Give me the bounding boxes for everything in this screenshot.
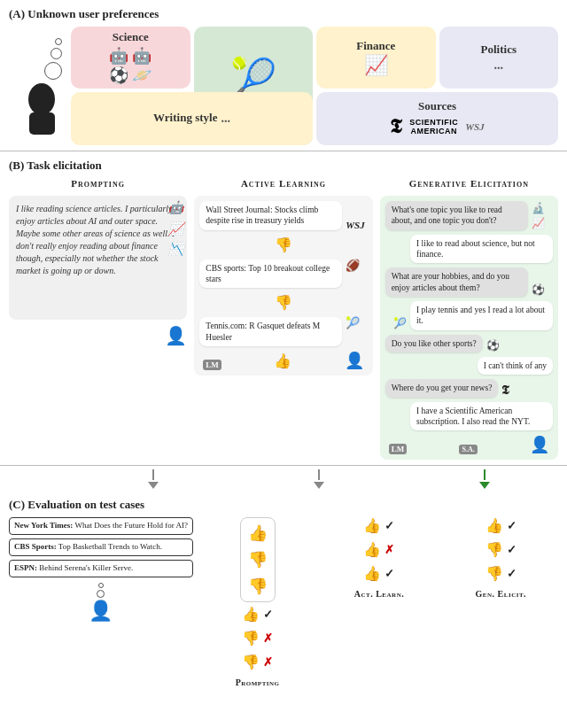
ge-msg-4: I play tennis and yes I read a lot about… (385, 301, 553, 330)
al-results: 👍 ✓ 👍 ✗ 👍 ✓ (363, 517, 394, 582)
eval-thought-2 (97, 590, 105, 598)
section-a: (A) Unknown user preferences Science 🤖 🤖 (0, 0, 567, 151)
test-cases-container: New York Times: What Does the Future Hol… (9, 517, 193, 622)
prompting-results: 👍 ✓ 👎 ✗ 👎 ✗ (242, 606, 273, 670)
section-c: (C) Evaluation on test cases New York Ti… (0, 491, 567, 693)
check-ge1: ✓ (507, 519, 517, 533)
prompting-row-2: 👎 (248, 550, 268, 569)
cross-pr3: ✗ (263, 655, 273, 670)
science-icon-ge: 🔬 (532, 202, 545, 215)
ge-text-7: Where do you get your news? (392, 383, 493, 392)
al-message-2: CBS sports: Top 10 breakout college star… (199, 259, 367, 289)
writing-dots: ... (221, 112, 230, 126)
chart-icon: 📈 (364, 55, 388, 76)
al-message-1: Wall Street Journal: Stocks climb despit… (199, 201, 367, 230)
robot-icon-2: 🤖 (132, 46, 151, 66)
tc1-text: What Does the Future Hold for AI? (74, 521, 187, 530)
thumb-up-al3: 👍 (363, 565, 381, 582)
scientific-american-logo: ScientificAmerican (409, 118, 458, 136)
preference-grid: Science 🤖 🤖 ⚽ 🪐 🎾 Sports Finance 📈 (71, 27, 558, 145)
al-thumbs-2: 👎 (199, 294, 367, 311)
arrow-3 (479, 482, 490, 489)
check-ge2: ✓ (507, 543, 517, 557)
eval-ge-col: 👍 ✓ 👎 ✓ 👎 ✓ Gen. Elicit. (444, 517, 558, 599)
ge-result-1: 👍 ✓ (485, 517, 517, 534)
thumbdown-2: 👎 (275, 294, 292, 311)
ge-bubble-8: I have a Scientific American subscriptio… (410, 402, 553, 431)
ge-msg-8: I have a Scientific American subscriptio… (385, 402, 553, 431)
al-thumbs-1: 👎 (199, 236, 367, 253)
ge-text-5: Do you like other sports? (392, 339, 477, 348)
ge-eval-header: Gen. Elicit. (476, 589, 527, 599)
thumb-down-p3: 👎 (248, 577, 268, 596)
chart2-emoji: 📉 (168, 241, 183, 259)
test-case-3: ESPN: Behind Serena's Killer Serve. (9, 560, 193, 577)
ge-text-2: I like to read about science, but not fi… (416, 239, 534, 259)
ge-text-3: What are your hobbies, and do you enjoy … (392, 272, 509, 291)
user-avatar-ge: 👤 (530, 435, 549, 454)
prompt-icons: 🤖 📈 📉 (168, 199, 183, 259)
ge-bubble-6: I can't think of any (478, 357, 553, 375)
wsj-logo: WSJ (465, 121, 484, 132)
elicitation-grid: Prompting I like reading science article… (9, 178, 558, 460)
sa-badge-ge: S.A. (459, 445, 477, 454)
thumb-down-pr2: 👎 (242, 630, 260, 647)
test-case-2: CBS Sports: Top Basketball Trends to Wat… (9, 538, 193, 556)
cell-writing: Writing style ... (71, 92, 313, 145)
thumb-up-p1: 👍 (248, 523, 268, 543)
ge-msg-2: I like to read about science, but not fi… (385, 235, 553, 264)
thumb-down-ge2: 👎 (485, 541, 503, 558)
robot-icon-1: 🤖 (109, 46, 128, 66)
robot-emoji: 🤖 (168, 199, 183, 217)
eval-human: 👤 (9, 583, 193, 623)
eval-al-col: 👍 ✓ 👍 ✗ 👍 ✓ Act. Learn. (322, 517, 436, 599)
pr-result-2: 👎 ✗ (242, 630, 273, 647)
thumb-down-ge3: 👎 (485, 565, 503, 582)
prompt-text-box: I like reading science articles. I parti… (9, 196, 187, 320)
check-ge3: ✓ (507, 567, 517, 581)
cell-science: Science 🤖 🤖 ⚽ 🪐 (71, 27, 190, 89)
test-cases-list: New York Times: What Does the Future Hol… (9, 517, 193, 577)
test-case-1: New York Times: What Does the Future Hol… (9, 517, 193, 535)
svg-point-0 (28, 83, 55, 115)
active-learning-header: Active Learning (194, 178, 372, 189)
writing-label: Writing style (153, 111, 217, 125)
svg-rect-1 (29, 112, 55, 135)
prompt-text: I like reading science articles. I parti… (16, 204, 175, 275)
tennis-icon-al: 🎾 (346, 317, 360, 329)
tc2-source: CBS Sports: (14, 542, 57, 551)
evaluation-grid: New York Times: What Does the Future Hol… (9, 517, 558, 687)
cell-finance: Finance 📈 (316, 27, 436, 89)
tc2-text: Top Basketball Trends to Watch. (58, 542, 162, 551)
al-text-1: Wall Street Journal: Stocks climb despit… (206, 205, 318, 225)
lm-badge-al: LM (203, 360, 221, 370)
gen-elicit-chat: What's one topic you like to read about,… (380, 196, 558, 460)
tc3-source: ESPN: (14, 563, 37, 572)
section-b: (B) Task elicitation Prompting I like re… (0, 151, 567, 466)
sports-icon-ge: ⚽ (486, 339, 500, 352)
tc1-source: New York Times: (14, 521, 73, 530)
ge-text-1: What's one topic you like to read about,… (392, 205, 502, 225)
chart-icon-ge: 📈 (532, 217, 545, 230)
active-learning-chat: Wall Street Journal: Stocks climb despit… (194, 196, 372, 376)
arrow-2 (314, 482, 324, 489)
prompting-header: Prompting (9, 178, 187, 189)
nyt-logo: 𝕿 (390, 115, 402, 138)
ge-msg-1: What's one topic you like to read about,… (385, 201, 553, 230)
finance-label: Finance (356, 39, 395, 53)
active-learning-column: Active Learning Wall Street Journal: Sto… (194, 178, 372, 460)
wsj-badge: WSJ (346, 220, 364, 230)
eval-prompting-col: 👍 👎 👎 👍 ✓ 👎 ✗ (200, 517, 315, 687)
thumb-down-p2: 👎 (248, 550, 268, 569)
gen-elicit-header: Generative Elicitation (380, 178, 558, 189)
ge-results: 👍 ✓ 👎 ✓ 👎 ✓ (485, 517, 517, 582)
section-c-title: (C) Evaluation on test cases (9, 498, 558, 512)
al-text-2: CBS sports: Top 10 breakout college star… (206, 264, 330, 283)
ge-msg-6: I can't think of any (385, 357, 553, 375)
thought-bubble-small (55, 38, 62, 45)
section-a-title: (A) Unknown user preferences (9, 7, 558, 21)
eval-avatar: 👤 (89, 600, 113, 623)
cell-politics: Politics ... (439, 27, 559, 89)
nyt-icon-ge: 𝕿 (501, 383, 509, 398)
check-al1: ✓ (384, 519, 394, 533)
